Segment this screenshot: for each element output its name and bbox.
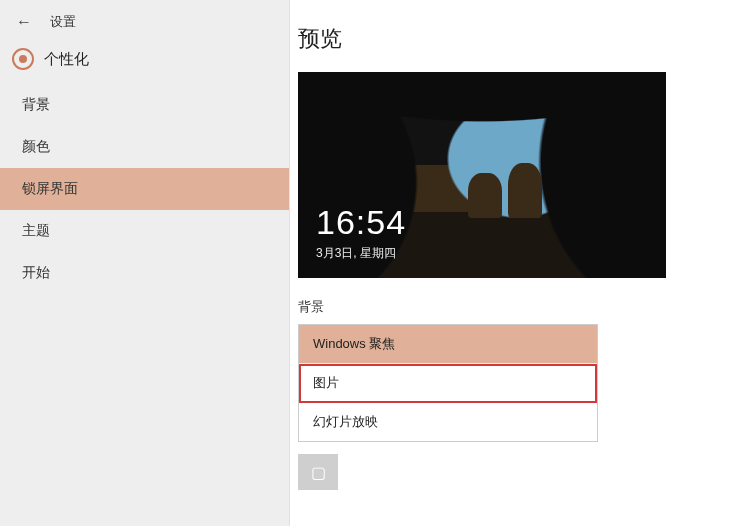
gear-icon	[12, 48, 34, 70]
dropdown-option-picture[interactable]: 图片	[299, 364, 597, 403]
sidebar-item-background[interactable]: 背景	[0, 84, 289, 126]
subheader-title: 个性化	[44, 50, 89, 69]
sidebar-item-start[interactable]: 开始	[0, 252, 289, 294]
sidebar-item-themes[interactable]: 主题	[0, 210, 289, 252]
header: ← 设置	[0, 0, 289, 40]
nav-list: 背景 颜色 锁屏界面 主题 开始	[0, 84, 289, 294]
preview-rock-icon	[468, 173, 502, 218]
background-dropdown[interactable]: Windows 聚焦 图片 幻灯片放映	[298, 324, 598, 442]
lockscreen-date: 3月3日, 星期四	[316, 245, 396, 262]
back-arrow-icon: ←	[16, 13, 32, 31]
preview-rock-icon	[508, 163, 542, 218]
browse-button[interactable]: ▢	[298, 454, 338, 490]
lockscreen-preview: 16:54 3月3日, 星期四	[298, 72, 666, 278]
sidebar: ← 设置 个性化 背景 颜色 锁屏界面 主题 开始	[0, 0, 290, 526]
dropdown-option-spotlight[interactable]: Windows 聚焦	[299, 325, 597, 364]
main-panel: 预览 16:54 3月3日, 星期四 背景 Windows 聚焦 图片 幻灯片放…	[290, 0, 750, 526]
dropdown-option-slideshow[interactable]: 幻灯片放映	[299, 403, 597, 441]
sidebar-item-lockscreen[interactable]: 锁屏界面	[0, 168, 289, 210]
lockscreen-time: 16:54	[316, 203, 406, 242]
image-icon: ▢	[311, 463, 326, 482]
subheader: 个性化	[0, 40, 289, 84]
header-title: 设置	[50, 13, 76, 31]
back-button[interactable]: ←	[12, 10, 36, 34]
background-section-label: 背景	[298, 298, 750, 316]
page-title: 预览	[298, 24, 750, 54]
sidebar-item-colors[interactable]: 颜色	[0, 126, 289, 168]
